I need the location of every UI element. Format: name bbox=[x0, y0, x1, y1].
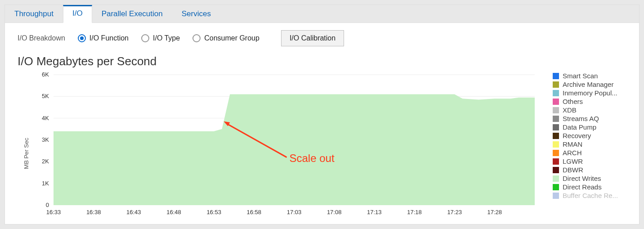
legend-label: Others bbox=[563, 98, 583, 105]
legend-label: Streams AQ bbox=[563, 115, 599, 122]
legend-item[interactable]: Inmemory Popul... bbox=[553, 89, 634, 97]
svg-text:3K: 3K bbox=[42, 136, 49, 143]
svg-text:16:58: 16:58 bbox=[247, 209, 262, 216]
legend-item[interactable]: ARCH bbox=[553, 149, 634, 157]
radio-consumer-group[interactable]: Consumer Group bbox=[192, 34, 259, 42]
legend-item[interactable]: Data Pump bbox=[553, 123, 634, 131]
legend-swatch bbox=[553, 107, 559, 113]
tab-services[interactable]: Services bbox=[172, 5, 220, 23]
radio-io-function[interactable]: I/O Function bbox=[78, 34, 129, 42]
legend-swatch bbox=[553, 99, 559, 105]
radio-label: I/O Function bbox=[89, 34, 129, 42]
legend-label: Buffer Cache Re... bbox=[563, 192, 618, 199]
legend-swatch bbox=[553, 116, 559, 122]
legend-swatch bbox=[553, 167, 559, 173]
legend-item[interactable]: Streams AQ bbox=[553, 115, 634, 122]
radio-icon bbox=[192, 34, 201, 42]
chart-svg: 01K2K3K4K5K6KMB Per Sec16:3316:3816:4316… bbox=[18, 70, 539, 219]
legend-swatch bbox=[553, 158, 559, 165]
legend-swatch bbox=[553, 150, 559, 156]
legend-label: XDB bbox=[563, 106, 577, 114]
legend-swatch bbox=[553, 184, 559, 190]
legend-label: Archive Manager bbox=[563, 81, 613, 88]
tab-throughput[interactable]: Throughput bbox=[5, 5, 63, 23]
radio-io-type[interactable]: I/O Type bbox=[141, 34, 180, 42]
radio-icon bbox=[78, 34, 86, 42]
tab-parallel-execution[interactable]: Parallel Execution bbox=[92, 5, 172, 23]
legend-item[interactable]: Buffer Cache Re... bbox=[553, 192, 634, 199]
legend-swatch bbox=[553, 73, 559, 79]
legend-label: Data Pump bbox=[563, 123, 596, 131]
legend-swatch bbox=[553, 81, 559, 88]
chart-row: 01K2K3K4K5K6KMB Per Sec16:3316:3816:4316… bbox=[5, 70, 639, 219]
legend-item[interactable]: Archive Manager bbox=[553, 81, 634, 88]
svg-text:16:53: 16:53 bbox=[206, 209, 221, 216]
legend-label: Inmemory Popul... bbox=[563, 89, 617, 97]
chart-title: I/O Megabytes per Second bbox=[5, 50, 639, 70]
svg-text:17:13: 17:13 bbox=[367, 209, 382, 216]
legend: Smart ScanArchive ManagerInmemory Popul.… bbox=[553, 70, 634, 219]
legend-label: ARCH bbox=[563, 149, 582, 157]
legend-label: LGWR bbox=[563, 157, 583, 165]
legend-swatch bbox=[553, 133, 559, 139]
svg-text:6K: 6K bbox=[42, 71, 49, 78]
legend-item[interactable]: Direct Reads bbox=[553, 183, 634, 191]
legend-item[interactable]: DBWR bbox=[553, 166, 634, 174]
io-panel: Throughput I/O Parallel Execution Servic… bbox=[4, 4, 640, 225]
legend-item[interactable]: RMAN bbox=[553, 140, 634, 148]
legend-item[interactable]: Recovery bbox=[553, 132, 634, 139]
radio-icon bbox=[141, 34, 149, 42]
radio-label: Consumer Group bbox=[204, 34, 259, 42]
calibration-button[interactable]: I/O Calibration bbox=[281, 30, 344, 46]
svg-text:16:48: 16:48 bbox=[166, 209, 181, 216]
legend-swatch bbox=[553, 90, 559, 96]
legend-swatch bbox=[553, 175, 559, 182]
legend-label: Recovery bbox=[563, 132, 591, 139]
legend-item[interactable]: Others bbox=[553, 98, 634, 105]
tab-bar: Throughput I/O Parallel Execution Servic… bbox=[5, 5, 639, 23]
svg-text:2K: 2K bbox=[42, 158, 49, 165]
legend-label: Direct Writes bbox=[563, 175, 601, 182]
svg-text:17:03: 17:03 bbox=[287, 209, 302, 216]
svg-text:4K: 4K bbox=[42, 115, 49, 121]
legend-item[interactable]: Smart Scan bbox=[553, 72, 634, 80]
legend-swatch bbox=[553, 141, 559, 148]
svg-text:16:33: 16:33 bbox=[46, 209, 61, 216]
breakdown-label: I/O Breakdown bbox=[18, 34, 65, 42]
tab-io[interactable]: I/O bbox=[63, 5, 92, 23]
svg-text:1K: 1K bbox=[42, 180, 49, 187]
legend-label: Smart Scan bbox=[563, 72, 598, 80]
legend-label: DBWR bbox=[563, 166, 583, 174]
legend-swatch bbox=[553, 193, 559, 199]
radio-label: I/O Type bbox=[153, 34, 180, 42]
legend-item[interactable]: LGWR bbox=[553, 157, 634, 165]
svg-text:MB Per Sec: MB Per Sec bbox=[23, 138, 30, 169]
svg-text:16:38: 16:38 bbox=[86, 209, 101, 216]
svg-text:17:28: 17:28 bbox=[487, 209, 502, 216]
legend-label: RMAN bbox=[563, 140, 582, 148]
svg-text:16:43: 16:43 bbox=[126, 209, 141, 216]
legend-swatch bbox=[553, 124, 559, 130]
legend-item[interactable]: XDB bbox=[553, 106, 634, 114]
legend-item[interactable]: Direct Writes bbox=[553, 175, 634, 182]
svg-text:0: 0 bbox=[46, 202, 49, 208]
controls-row: I/O Breakdown I/O Function I/O Type Cons… bbox=[5, 23, 639, 50]
svg-text:17:08: 17:08 bbox=[327, 209, 342, 216]
svg-text:5K: 5K bbox=[42, 93, 49, 99]
legend-label: Direct Reads bbox=[563, 183, 602, 191]
svg-text:Scale out: Scale out bbox=[290, 152, 335, 164]
svg-text:17:18: 17:18 bbox=[407, 209, 422, 216]
chart-area: 01K2K3K4K5K6KMB Per Sec16:3316:3816:4316… bbox=[18, 70, 539, 219]
svg-text:17:23: 17:23 bbox=[447, 209, 462, 216]
